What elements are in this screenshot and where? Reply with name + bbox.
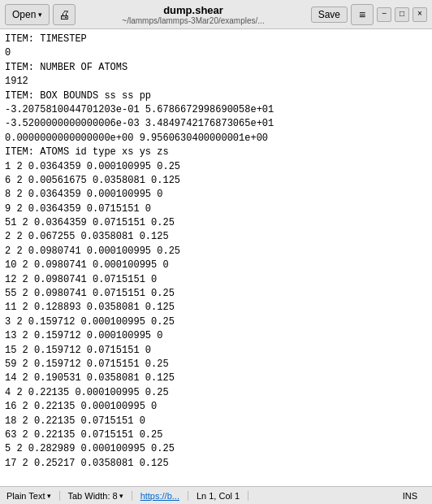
close-icon: × [417, 10, 422, 19]
tab-width-label: Tab Width: 8 [68, 491, 118, 501]
plain-text-label: Plain Text [6, 491, 45, 501]
menu-button[interactable]: ≡ [351, 4, 374, 25]
titlebar-right-controls: Save ≡ − □ × [311, 4, 427, 25]
save-button[interactable]: Save [311, 7, 348, 23]
open-button[interactable]: Open ▾ [5, 4, 50, 25]
print-button[interactable]: 🖨 [53, 4, 76, 25]
language-dropdown-icon: ▾ [47, 492, 51, 500]
cursor-position: Ln 1, Col 1 [197, 491, 248, 501]
status-link-item[interactable]: https://b... [140, 491, 188, 501]
open-dropdown-icon: ▾ [38, 11, 42, 19]
window-subtitle: ~/lammps/lammps-3Mar20/examples/... [79, 16, 307, 25]
maximize-icon: □ [400, 10, 404, 19]
tab-width-dropdown-icon: ▾ [119, 492, 123, 500]
titlebar-left-controls: Open ▾ 🖨 [5, 4, 76, 25]
minimize-icon: − [382, 10, 387, 19]
statusbar: Plain Text ▾ Tab Width: 8 ▾ https://b...… [0, 486, 432, 504]
open-label: Open [12, 9, 36, 20]
position-label: Ln 1, Col 1 [197, 491, 240, 501]
close-button[interactable]: × [413, 7, 427, 22]
titlebar-center: dump.shear ~/lammps/lammps-3Mar20/exampl… [79, 4, 307, 25]
print-icon: 🖨 [58, 8, 70, 21]
status-link[interactable]: https://b... [140, 491, 179, 501]
menu-icon: ≡ [359, 8, 365, 21]
tab-width-selector[interactable]: Tab Width: 8 ▾ [68, 491, 132, 501]
titlebar: Open ▾ 🖨 dump.shear ~/lammps/lammps-3Mar… [0, 0, 432, 29]
ins-label: INS [403, 491, 417, 501]
language-selector[interactable]: Plain Text ▾ [6, 491, 60, 501]
minimize-button[interactable]: − [377, 7, 391, 22]
insert-mode[interactable]: INS [403, 491, 426, 501]
window-title: dump.shear [79, 4, 307, 16]
maximize-button[interactable]: □ [395, 7, 409, 22]
text-editor[interactable]: ITEM: TIMESTEP 0 ITEM: NUMBER OF ATOMS 1… [0, 29, 432, 486]
